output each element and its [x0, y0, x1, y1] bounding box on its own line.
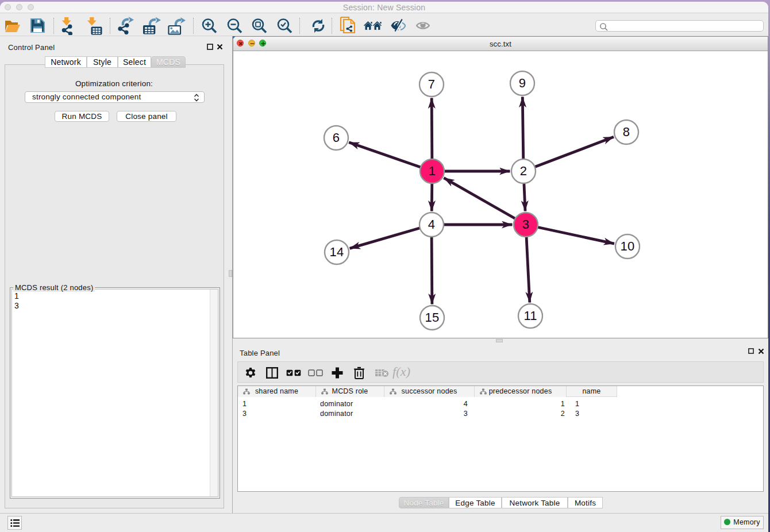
- svg-text:2: 2: [520, 164, 527, 178]
- svg-text:9: 9: [519, 76, 526, 90]
- svg-text:11: 11: [523, 309, 537, 323]
- svg-text:3: 3: [522, 217, 529, 232]
- svg-text:4: 4: [428, 217, 435, 232]
- svg-text:15: 15: [425, 310, 440, 325]
- svg-text:10: 10: [621, 239, 635, 253]
- svg-text:7: 7: [428, 77, 435, 91]
- svg-text:1: 1: [429, 164, 436, 178]
- svg-text:6: 6: [333, 130, 340, 145]
- svg-text:14: 14: [330, 245, 344, 259]
- svg-text:8: 8: [623, 125, 630, 139]
